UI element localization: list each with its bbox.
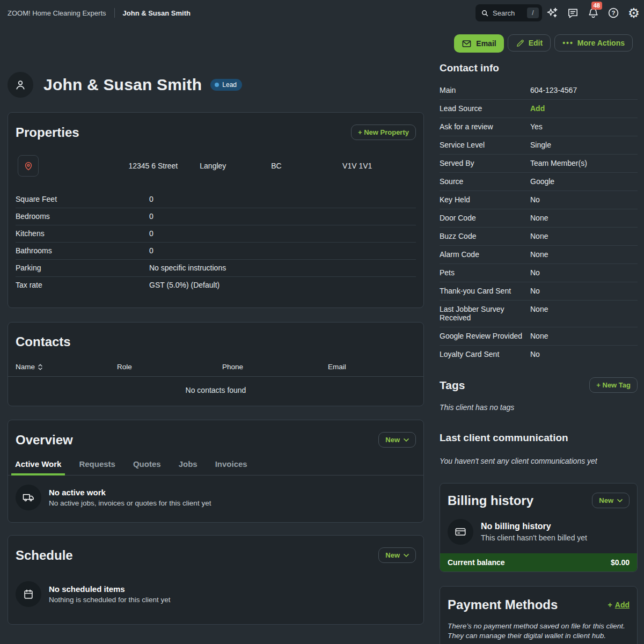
contacts-title: Contacts: [16, 334, 71, 349]
overview-new-button[interactable]: New: [378, 432, 416, 448]
email-button[interactable]: Email: [454, 34, 503, 53]
property-row-value: 0: [149, 246, 416, 255]
calendar-icon: [23, 588, 34, 600]
contact-info-value: None: [530, 305, 638, 313]
contacts-header-name[interactable]: Name: [16, 363, 117, 371]
property-detail-rows: Square Feet 0 Bedrooms 0 Kitchens 0: [16, 191, 416, 294]
contact-info-value: None: [530, 332, 638, 340]
overview-tab[interactable]: Invoices: [211, 459, 251, 475]
contact-info-value: Add: [530, 104, 638, 113]
contact-info-value: Single: [530, 141, 638, 149]
contact-info-label: Source: [440, 177, 530, 186]
schedule-new-button[interactable]: New: [378, 547, 416, 563]
overview-tab[interactable]: Quotes: [129, 459, 165, 475]
contact-info-label: Lead Source: [440, 104, 530, 113]
add-payment-method-label: Add: [615, 601, 630, 609]
client-actions: Email Edit ••• More Actions: [440, 34, 638, 53]
page-title: John & Susan Smith: [43, 76, 202, 94]
contact-info-value: No: [530, 195, 638, 204]
contact-info-label: Alarm Code: [440, 250, 530, 259]
contact-info-label: Last Jobber Survey Received: [440, 305, 530, 322]
billing-title: Billing history: [448, 493, 533, 508]
contact-info-label: Google Review Provided: [440, 332, 530, 340]
new-property-button[interactable]: + New Property: [351, 125, 416, 140]
contact-info-row: Alarm Code None: [440, 246, 638, 264]
contact-info-value: No: [530, 287, 638, 295]
contact-info-row: Last Jobber Survey Received None: [440, 301, 638, 327]
payment-note-line1: There’s no payment method saved on file …: [448, 621, 630, 631]
credit-card-icon: [455, 526, 466, 538]
active-work-empty-title: No active work: [49, 488, 211, 497]
current-balance-label: Current balance: [448, 558, 505, 567]
payment-note-line2: They can manage their digital wallet in …: [448, 631, 630, 641]
property-row-label: Tax rate: [16, 281, 149, 289]
contacts-header-name-label: Name: [16, 363, 35, 371]
contact-info-row: Main 604-123-4567: [440, 82, 638, 100]
overview-tab[interactable]: Jobs: [175, 459, 201, 475]
contact-info-row: Google Review Provided None: [440, 327, 638, 346]
contact-info-row: Door Code None: [440, 209, 638, 228]
chevron-down-icon: [617, 499, 623, 502]
contact-info-label: Loyalty Card Sent: [440, 350, 530, 358]
chat-icon: [567, 7, 579, 19]
map-pin-icon: [23, 160, 34, 171]
svg-text:?: ?: [611, 10, 615, 16]
new-tag-button[interactable]: + New Tag: [589, 377, 638, 393]
property-address-row: 12345 6 Street Langley BC V1V 1V1: [16, 155, 416, 177]
tags-title: Tags: [440, 379, 465, 392]
contact-info-label: Served By: [440, 159, 530, 167]
chevron-down-icon: [404, 554, 409, 557]
schedule-new-label: New: [385, 551, 400, 559]
breadcrumb-divider: [114, 8, 115, 18]
more-actions-label: More Actions: [577, 39, 625, 47]
current-balance-bar: Current balance $0.00: [440, 553, 637, 572]
overview-tab[interactable]: Requests: [75, 459, 119, 475]
help-button[interactable]: ?: [603, 3, 624, 23]
overview-new-label: New: [385, 436, 400, 444]
company-name: ZOOM! Home Cleaning Experts: [8, 9, 106, 17]
contact-info-row: Service Level Single: [440, 136, 638, 155]
map-pin-button[interactable]: [18, 155, 39, 177]
property-row-value: 0: [149, 195, 416, 203]
ellipsis-icon: •••: [562, 39, 574, 47]
schedule-empty-subtitle: Nothing is scheduled for this client yet: [49, 596, 171, 604]
contact-info-label: Buzz Code: [440, 232, 530, 240]
contacts-header-phone: Phone: [222, 363, 328, 371]
contact-info-rows: Main 604-123-4567 Lead Source Add Ask fo…: [440, 82, 638, 363]
contact-info-value: None: [530, 214, 638, 222]
active-work-empty-state: No active work No active jobs, invoices …: [8, 475, 423, 522]
contact-info-row: Lead Source Add: [440, 100, 638, 118]
edit-button[interactable]: Edit: [508, 34, 551, 52]
search-placeholder: Search: [493, 9, 527, 17]
truck-icon: [22, 491, 35, 504]
billing-new-button[interactable]: New: [592, 493, 630, 508]
contact-info-row: Loyalty Card Sent No: [440, 346, 638, 363]
property-row: Bathrooms 0: [16, 243, 416, 260]
add-payment-method-link[interactable]: + Add: [608, 601, 630, 609]
contact-info-label: Door Code: [440, 214, 530, 222]
help-icon: ?: [607, 6, 620, 19]
overview-tab[interactable]: Active Work: [11, 459, 65, 475]
payment-methods-empty-note: There’s no payment method saved on file …: [448, 621, 630, 641]
contacts-empty-message: No contacts found: [8, 377, 423, 406]
contacts-header-email: Email: [328, 363, 416, 371]
gear-icon: ⚙: [628, 6, 640, 20]
communication-section: Last client communication You haven't se…: [440, 432, 638, 465]
ai-assistant-button[interactable]: [542, 3, 562, 23]
contact-info-value: Yes: [530, 122, 638, 131]
settings-button[interactable]: ⚙: [624, 3, 644, 23]
property-row-label: Parking: [16, 264, 149, 272]
contact-info-section: Contact info Main 604-123-4567 Lead Sour…: [440, 62, 638, 363]
properties-card: Properties + New Property 12345 6 Street…: [8, 112, 424, 308]
current-balance-value: $0.00: [611, 558, 630, 567]
schedule-card: Schedule New No scheduled items Nothing …: [8, 535, 424, 625]
lead-badge-label: Lead: [222, 81, 237, 89]
main-content: John & Susan Smith Lead Properties + New…: [0, 26, 644, 644]
notifications-button[interactable]: 48: [583, 3, 603, 23]
messages-button[interactable]: [562, 3, 583, 23]
more-actions-button[interactable]: ••• More Actions: [554, 34, 633, 52]
search-input[interactable]: Search /: [475, 4, 542, 21]
search-icon: [481, 9, 489, 17]
contact-info-value: Google: [530, 177, 638, 186]
avatar: [8, 72, 33, 98]
